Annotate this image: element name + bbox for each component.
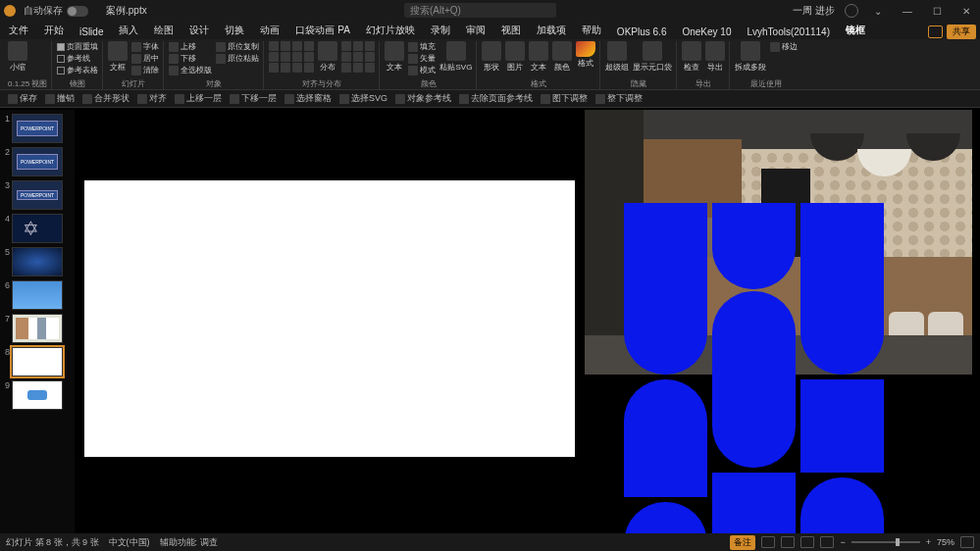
menu-design[interactable]: 设计 [184,22,214,39]
align-icon[interactable] [292,41,302,51]
zoom-button[interactable]: 小缩 [8,41,27,73]
qa-adjust-all[interactable]: 整下调整 [595,92,643,105]
dup-inplace-row[interactable]: 原位复制 [216,41,259,52]
notes-button[interactable]: 备注 [730,535,755,550]
select-all-row[interactable]: 全选模版 [169,65,212,75]
check-guides[interactable]: 参考线 [57,53,98,64]
move-edge-row[interactable]: 移边 [770,41,798,52]
reading-view-icon[interactable] [800,536,814,548]
super-group-button[interactable]: 超级组 [605,41,629,73]
align-icon[interactable] [304,52,314,62]
move-down-row[interactable]: 下移 [169,53,212,64]
qa-select-svg[interactable]: 选择SVG [339,92,387,105]
zoom-out-button[interactable]: − [840,537,845,547]
align-icon[interactable] [304,41,314,51]
blue-shape[interactable] [624,203,707,375]
format-brush-button[interactable]: 格式 [576,41,595,69]
color-button[interactable]: 颜色 [552,41,572,73]
qa-layer-down[interactable]: 下移一层 [230,92,277,105]
autosave-toggle[interactable]: 自动保存 [24,4,88,18]
align-icon[interactable] [269,41,279,51]
qa-align[interactable]: 对齐 [137,92,167,105]
qa-layer-up[interactable]: 上移一层 [175,92,222,105]
check-ref-grid[interactable]: 参考表格 [57,65,98,75]
align-icon[interactable] [281,41,290,51]
qa-obj-guides[interactable]: 对象参考线 [395,92,451,105]
align-icon[interactable] [269,63,279,73]
slide-thumb-6[interactable] [12,280,63,310]
zoom-slider[interactable] [851,541,920,543]
image-button[interactable]: 图片 [505,41,525,73]
menu-slideshow[interactable]: 幻灯片放映 [361,22,420,39]
align-icon[interactable] [304,63,314,73]
toggle-switch[interactable] [67,6,88,17]
dist-icon[interactable] [353,63,363,73]
slide-thumb-3[interactable]: POWERPOINT [12,180,63,210]
qa-save[interactable]: 保存 [8,92,37,105]
menu-pa[interactable]: 口袋动画 PA [290,22,354,39]
user-avatar[interactable] [845,4,858,18]
txt-button[interactable]: 文本 [529,41,548,73]
inspect-button[interactable]: 检查 [682,41,701,73]
fill-row[interactable]: 填充 [408,41,436,52]
center-row[interactable]: 居中 [131,53,159,64]
dist-icon[interactable] [365,52,375,62]
shape-button[interactable]: 形状 [482,41,501,73]
menu-islide[interactable]: iSlide [75,25,108,39]
menu-animation[interactable]: 动画 [255,22,284,39]
sorter-view-icon[interactable] [781,536,795,548]
dist-icon[interactable] [365,63,375,73]
qa-adjust-below[interactable]: 图下调整 [541,92,588,105]
blue-shape[interactable] [800,203,884,375]
menu-onekey[interactable]: OneKey 10 [677,25,736,39]
menu-lvyh[interactable]: LvyhTools(201114) [743,25,836,39]
user-name[interactable]: 一周 进步 [793,4,835,18]
current-slide[interactable] [84,180,575,457]
menu-okplus[interactable]: OKPlus 6.6 [612,25,672,39]
dist-icon[interactable] [365,41,375,51]
export-button[interactable]: 导出 [705,41,725,73]
align-icon[interactable] [281,63,290,73]
slideshow-view-icon[interactable] [820,536,834,548]
ribbon-options-icon[interactable]: ⌄ [868,1,888,21]
maximize-button[interactable]: ☐ [927,1,947,21]
distribute-button[interactable]: 分布 [318,41,337,73]
slide-thumb-9[interactable] [12,380,63,410]
record-button[interactable] [928,25,943,38]
align-icon[interactable] [292,63,302,73]
mode-row[interactable]: 模式 [408,65,436,75]
menu-draw[interactable]: 绘图 [149,22,179,39]
menu-help[interactable]: 帮助 [577,22,606,39]
split-button[interactable]: 拆成多段 [735,41,766,73]
slide-thumb-4[interactable] [12,214,63,243]
fit-window-icon[interactable] [960,536,974,548]
blue-shape[interactable] [712,291,796,468]
menu-frame[interactable]: 镜框 [841,22,870,39]
check-page-fill[interactable]: 页面重填 [57,41,98,52]
slide-thumb-2[interactable]: POWERPOINT [12,147,63,176]
blue-shape[interactable] [624,379,707,497]
dist-icon[interactable] [341,63,351,73]
qa-merge[interactable]: 合并形状 [82,92,129,105]
align-icon[interactable] [269,52,279,62]
slide-thumb-7[interactable] [12,314,63,343]
menu-file[interactable]: 文件 [4,22,33,39]
clear-row[interactable]: 清除 [131,65,159,75]
qa-undo[interactable]: 撤销 [45,92,75,105]
dist-icon[interactable] [353,41,363,51]
menu-view[interactable]: 视图 [496,22,526,39]
close-button[interactable]: ✕ [956,1,976,21]
menu-review[interactable]: 审阅 [461,22,490,39]
qa-selection-pane[interactable]: 选择窗格 [284,92,332,105]
slide-canvas-area[interactable] [75,110,980,533]
blue-shape[interactable] [800,379,884,473]
paste-svg-button[interactable]: 粘贴SVG [439,41,472,73]
vector-row[interactable]: 矢量 [408,53,436,64]
paste-inplace-row[interactable]: 原位粘贴 [216,53,259,64]
minimize-button[interactable]: ― [898,1,917,21]
language-indicator[interactable]: 中文(中国) [109,536,150,549]
accessibility-status[interactable]: 辅助功能: 调查 [160,536,218,549]
dist-icon[interactable] [341,52,351,62]
menu-addins[interactable]: 加载项 [532,22,571,39]
blue-shape[interactable] [712,203,796,289]
